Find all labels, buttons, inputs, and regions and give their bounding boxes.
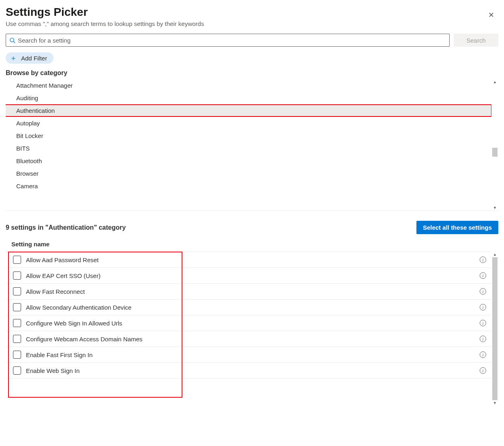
setting-checkbox[interactable] (13, 366, 21, 375)
category-item[interactable]: Authentication (6, 104, 492, 117)
setting-label: Allow EAP Cert SSO (User) (26, 272, 480, 279)
svg-point-0 (10, 38, 14, 41)
setting-checkbox[interactable] (13, 351, 21, 359)
info-icon[interactable]: i (480, 304, 486, 310)
setting-row[interactable]: Allow Aad Password Reseti (6, 252, 491, 268)
category-item[interactable]: Bluetooth (6, 155, 491, 167)
close-icon[interactable]: ✕ (484, 8, 498, 22)
results-count: 9 settings in "Authentication" category (6, 224, 126, 231)
setting-checkbox[interactable] (13, 271, 21, 280)
search-icon (9, 37, 15, 43)
setting-checkbox[interactable] (13, 335, 21, 343)
search-button[interactable]: Search (454, 34, 498, 47)
setting-checkbox[interactable] (13, 319, 21, 327)
scroll-up-icon[interactable]: ▲ (493, 79, 497, 85)
add-filter-label: Add Filter (21, 55, 47, 62)
category-item[interactable]: Auditing (6, 92, 491, 104)
setting-label: Allow Secondary Authentication Device (26, 304, 480, 311)
setting-label: Configure Web Sign In Allowed Urls (26, 320, 480, 327)
scroll-down-icon[interactable]: ▼ (493, 400, 497, 406)
settings-scrollbar[interactable]: ▲ ▼ (491, 252, 498, 406)
info-icon[interactable]: i (480, 288, 486, 295)
search-input[interactable] (18, 37, 446, 44)
info-icon[interactable]: i (480, 367, 486, 374)
setting-label: Enable Web Sign In (26, 367, 480, 374)
search-input-container[interactable] (6, 34, 450, 47)
svg-line-1 (13, 41, 15, 43)
category-item[interactable]: Camera (6, 180, 491, 192)
scrollbar-thumb[interactable] (492, 148, 498, 157)
category-scrollbar[interactable]: ▲ ▼ (491, 79, 498, 211)
setting-row[interactable]: Allow EAP Cert SSO (User)i (6, 268, 491, 284)
setting-checkbox[interactable] (13, 287, 21, 295)
setting-row[interactable]: Configure Web Sign In Allowed Urlsi (6, 315, 491, 331)
setting-label: Allow Aad Password Reset (26, 256, 480, 263)
plus-icon: ＋ (10, 54, 17, 62)
category-item[interactable]: BITS (6, 142, 491, 155)
category-list: Attachment ManagerAuditingAuthentication… (6, 79, 498, 211)
category-item[interactable]: Autoplay (6, 117, 491, 129)
setting-row[interactable]: Enable Fast First Sign Ini (6, 347, 491, 363)
setting-checkbox[interactable] (13, 256, 21, 264)
settings-list: Allow Aad Password ResetiAllow EAP Cert … (6, 252, 498, 406)
scroll-down-icon[interactable]: ▼ (493, 205, 497, 211)
page-subtitle: Use commas "," among search terms to loo… (6, 20, 204, 27)
setting-label: Enable Fast First Sign In (26, 351, 480, 358)
setting-row[interactable]: Configure Webcam Access Domain Namesi (6, 331, 491, 347)
info-icon[interactable]: i (480, 351, 486, 358)
category-item[interactable]: Browser (6, 167, 491, 180)
info-icon[interactable]: i (480, 336, 486, 342)
category-item[interactable]: Bit Locker (6, 129, 491, 142)
scroll-up-icon[interactable]: ▲ (493, 252, 497, 257)
info-icon[interactable]: i (480, 256, 486, 263)
info-icon[interactable]: i (480, 320, 486, 326)
setting-label: Configure Webcam Access Domain Names (26, 336, 480, 343)
page-title: Settings Picker (6, 6, 204, 19)
add-filter-button[interactable]: ＋ Add Filter (6, 52, 54, 64)
setting-checkbox[interactable] (13, 303, 21, 311)
setting-row[interactable]: Enable Web Sign Ini (6, 363, 491, 379)
category-item[interactable]: Attachment Manager (6, 79, 491, 92)
browse-heading: Browse by category (6, 69, 498, 77)
setting-row[interactable]: Allow Secondary Authentication Devicei (6, 299, 491, 315)
column-header-setting-name: Setting name (6, 239, 498, 252)
setting-label: Allow Fast Reconnect (26, 288, 480, 295)
info-icon[interactable]: i (480, 272, 486, 279)
scrollbar-thumb[interactable] (492, 257, 498, 400)
setting-row[interactable]: Allow Fast Reconnecti (6, 284, 491, 299)
select-all-button[interactable]: Select all these settings (416, 221, 498, 234)
